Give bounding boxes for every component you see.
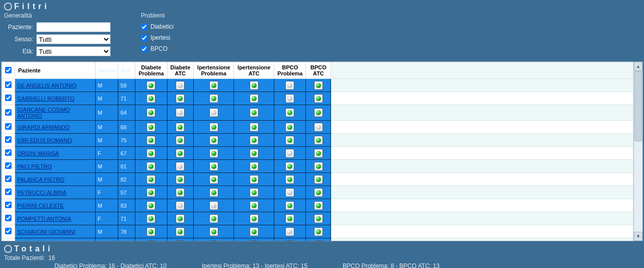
filters-title-text: Filtri <box>14 2 50 11</box>
paziente-link[interactable]: PETRUCCI ALBINA <box>17 190 66 196</box>
eta-cell: 59 <box>118 79 135 92</box>
paziente-link[interactable]: GIRARDI ARMANDO <box>17 124 70 130</box>
header-iper-atc[interactable]: Ipertensione ATC <box>234 62 274 79</box>
row-checkbox[interactable] <box>5 175 12 182</box>
row-checkbox[interactable] <box>5 123 12 130</box>
row-checkbox[interactable] <box>5 109 12 116</box>
bpco-checkbox[interactable] <box>141 46 147 52</box>
status-led-icon <box>285 162 294 171</box>
status-led-icon <box>146 123 155 132</box>
row-check-cell[interactable] <box>2 160 15 173</box>
diabetici-check[interactable]: Diabetici <box>141 23 174 30</box>
table-row: SCHIAVONI GIOVANNIM78 <box>2 225 633 238</box>
row-check-cell[interactable] <box>2 121 15 134</box>
header-eta[interactable]: Età <box>118 62 135 79</box>
paziente-link[interactable]: GABRIELLI ROBERTO <box>17 96 74 102</box>
scroll-thumb[interactable] <box>634 71 642 141</box>
ipertesi-check[interactable]: Ipertesi <box>141 34 174 41</box>
paziente-link[interactable]: ORSINI MARISA <box>17 150 59 156</box>
header-sesso[interactable]: Sesso <box>96 62 118 79</box>
diab-prob-cell <box>135 238 167 241</box>
ipertesi-checkbox[interactable] <box>141 35 147 41</box>
status-led-icon <box>146 149 155 158</box>
eta-select[interactable]: Tutti <box>36 46 111 56</box>
row-check-cell[interactable] <box>2 105 15 121</box>
vertical-scrollbar[interactable]: ▲ ▼ <box>633 62 642 241</box>
bpco-prob-cell <box>274 105 306 121</box>
diab-atc-cell <box>167 121 194 134</box>
status-led-icon <box>250 149 259 158</box>
paziente-link[interactable]: DE ANGELIS ANTONIO <box>17 82 76 88</box>
diab-prob-cell <box>135 105 167 121</box>
scroll-down-button[interactable]: ▼ <box>634 232 642 241</box>
paziente-link[interactable]: POMPETTI ANTONIA <box>17 216 71 222</box>
row-check-cell[interactable] <box>2 238 15 241</box>
status-led-icon <box>209 94 218 103</box>
header-checkall[interactable] <box>2 62 15 79</box>
row-check-cell[interactable] <box>2 79 15 92</box>
paziente-cell: PALANCA PIETRO <box>15 173 96 186</box>
header-bpco-prob[interactable]: BPCO Problema <box>274 62 306 79</box>
row-checkbox[interactable] <box>5 189 12 195</box>
diab-atc-cell <box>167 238 194 241</box>
iper-atc-cell <box>234 92 274 105</box>
row-checkbox[interactable] <box>5 81 12 88</box>
status-led-icon <box>314 162 323 171</box>
checkall-checkbox[interactable] <box>5 67 12 73</box>
diab-atc-cell <box>167 147 194 160</box>
paziente-link[interactable]: GIANCANE COSIMO ANTONIO <box>17 107 70 119</box>
scroll-up-button[interactable]: ▲ <box>634 62 642 71</box>
row-checkbox[interactable] <box>5 136 12 143</box>
row-checkbox[interactable] <box>5 202 12 208</box>
header-diab-prob[interactable]: Diabete Problema <box>135 62 167 79</box>
header-paziente[interactable]: Paziente <box>15 62 96 79</box>
status-led-icon <box>250 94 259 103</box>
paziente-input[interactable] <box>36 22 111 32</box>
status-led-icon <box>146 175 155 184</box>
paziente-cell: IORI EDUS ROMANO <box>15 134 96 147</box>
totals-title-text: Totali <box>14 244 53 253</box>
row-check-cell[interactable] <box>2 186 15 199</box>
sesso-select[interactable]: Tutti <box>36 34 111 44</box>
status-led-icon <box>250 123 259 132</box>
header-bpco-atc[interactable]: BPCO ATC <box>306 62 331 79</box>
row-check-cell[interactable] <box>2 199 15 212</box>
header-diab-atc[interactable]: Diabete ATC <box>167 62 194 79</box>
row-check-cell[interactable] <box>2 212 15 225</box>
status-led-icon <box>250 240 259 241</box>
iper-prob-cell <box>194 160 234 173</box>
diab-prob-cell <box>135 92 167 105</box>
paziente-link[interactable]: SCHIAVONI GIOVANNI <box>17 229 75 235</box>
row-check-cell[interactable] <box>2 225 15 238</box>
paziente-link[interactable]: PACI PIETRO <box>17 163 52 169</box>
sesso-cell: M <box>96 79 118 92</box>
sesso-cell: M <box>96 225 118 238</box>
status-led-icon <box>314 136 323 145</box>
row-checkbox[interactable] <box>5 95 12 101</box>
row-check-cell[interactable] <box>2 134 15 147</box>
bpco-check[interactable]: BPCO <box>141 45 174 52</box>
row-check-cell[interactable] <box>2 92 15 105</box>
row-checkbox[interactable] <box>5 228 12 234</box>
status-led-icon <box>314 108 323 117</box>
sesso-cell: M <box>96 173 118 186</box>
header-iper-prob[interactable]: Ipertensione Problema <box>194 62 234 79</box>
status-led-icon <box>209 162 218 171</box>
circle-icon <box>4 245 12 253</box>
status-led-icon <box>176 227 185 236</box>
paziente-link[interactable]: IORI EDUS ROMANO <box>17 137 72 143</box>
table-row: GABRIELLI ROBERTOM71 <box>2 92 633 105</box>
diabetici-checkbox[interactable] <box>141 24 147 30</box>
problemi-label: Problemi <box>141 12 174 19</box>
row-check-cell[interactable] <box>2 173 15 186</box>
row-check-cell[interactable] <box>2 147 15 160</box>
sesso-cell: M <box>96 121 118 134</box>
row-checkbox[interactable] <box>5 149 12 156</box>
scroll-track[interactable] <box>634 71 642 232</box>
paziente-link[interactable]: PALANCA PIETRO <box>17 176 64 183</box>
diab-atc-cell <box>167 160 194 173</box>
iper-prob-cell <box>194 173 234 186</box>
row-checkbox[interactable] <box>5 215 12 221</box>
paziente-link[interactable]: PIERINI CELESTE <box>17 203 64 209</box>
row-checkbox[interactable] <box>5 162 12 169</box>
